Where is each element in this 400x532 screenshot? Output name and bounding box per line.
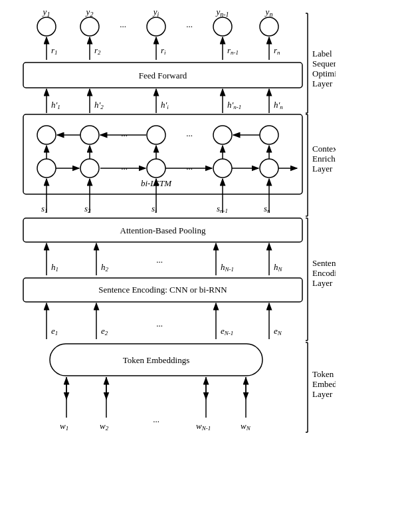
sel-text-2: Encoding	[312, 268, 336, 278]
feed-forward-label: Feed Forward	[139, 70, 187, 80]
bilstm-top-i	[147, 126, 165, 144]
bilstm-top-2	[80, 126, 99, 144]
w1-label: w1	[60, 421, 68, 432]
bilstm-bot-n1	[213, 159, 232, 178]
w2-label: w2	[100, 421, 109, 432]
r2-label: r2	[94, 45, 101, 56]
rn-label: rn	[274, 45, 280, 56]
h-dots: ···	[156, 257, 163, 267]
lso-text-2: Sequence	[312, 59, 336, 68]
eN1-label: eN-1	[221, 326, 233, 336]
h1prime-label: h′1	[51, 100, 60, 110]
e2-label: e2	[101, 326, 108, 336]
lso-text-4: Layer	[312, 78, 333, 88]
token-embeddings-label: Token Embeddings	[123, 355, 190, 365]
hnprime-label: h′n	[274, 100, 283, 110]
diagram-container: y1 y2 yi yn-1 yn ··· ··· r1 r2 ri rn-1	[0, 0, 400, 532]
bilstm-top-n1	[213, 126, 232, 144]
sel-text-1: Sentence	[312, 258, 336, 268]
lso-text-3: Optimization	[312, 68, 336, 78]
architecture-svg: y1 y2 yi yn-1 yn ··· ··· r1 r2 ri rn-1	[10, 7, 336, 525]
hN1-label: hN-1	[221, 262, 234, 273]
w-dots: ···	[153, 416, 159, 426]
bilstm-top-dots-1: ···	[186, 130, 193, 140]
tel-text-1: Token	[312, 369, 334, 379]
sel-text-3: Layer	[312, 278, 333, 288]
dots-top-1: ···	[120, 21, 126, 31]
h1-label: h1	[51, 262, 58, 273]
y1-label: y1	[42, 7, 50, 18]
output-node-n1	[213, 17, 232, 36]
bilstm-bot-i	[147, 159, 165, 178]
yn-label: yn	[264, 7, 273, 18]
output-node-i	[147, 17, 165, 36]
output-node-2	[80, 17, 99, 36]
dots-top-2: ···	[186, 21, 193, 31]
hn1prime-label: h′n-1	[227, 100, 241, 110]
wN-label: wN	[241, 421, 251, 432]
yn1-label: yn-1	[215, 7, 229, 18]
bilstm-bot-2	[80, 159, 99, 178]
tel-text-2: Embedding	[312, 379, 336, 389]
bilstm-bot-1	[37, 159, 56, 178]
eN-label: eN	[274, 326, 282, 336]
bilstm-bot-n	[260, 159, 278, 178]
cel-text-3: Layer	[312, 164, 333, 174]
e1-label: e1	[51, 326, 58, 336]
attention-pooling-label: Attention-Based Pooling	[120, 225, 206, 235]
cel-text-2: Enriching	[312, 154, 336, 164]
rn1-label: rn-1	[227, 45, 239, 56]
main-diagram: y1 y2 yi yn-1 yn ··· ··· r1 r2 ri rn-1	[0, 0, 400, 532]
bilstm-top-dots-2: ···	[121, 130, 128, 140]
tel-text-3: Layer	[312, 389, 333, 399]
y2-label: y2	[85, 7, 94, 18]
e-dots: ···	[156, 321, 163, 331]
wN1-label: wN-1	[196, 421, 211, 432]
sentence-encoding-label: Sentence Encoding: CNN or bi-RNN	[98, 285, 227, 295]
lso-text-1: Label	[312, 49, 332, 59]
hN-label: hN	[274, 262, 283, 273]
h2prime-label: h′2	[94, 100, 104, 110]
bilstm-top-n	[260, 126, 278, 144]
output-node-1	[37, 17, 56, 36]
yi-label: yi	[152, 7, 159, 18]
cel-text-1: Context	[312, 144, 336, 154]
h2-label: h2	[101, 262, 109, 273]
ri-label: ri	[161, 45, 166, 56]
bilstm-top-1	[37, 126, 56, 144]
hiprime-label: h′i	[161, 100, 169, 110]
r1-label: r1	[51, 45, 58, 56]
output-node-n	[260, 17, 278, 36]
